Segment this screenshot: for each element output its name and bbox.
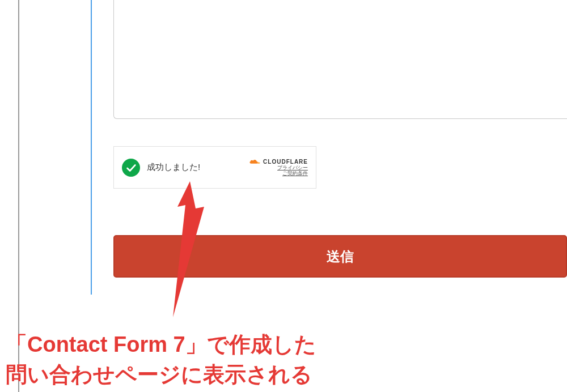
cloudflare-logo: CLOUDFLARE	[249, 158, 308, 165]
terms-link[interactable]: ご契約条件	[282, 171, 308, 177]
cloudflare-turnstile-widget: 成功しました! CLOUDFLARE プライバシー ご契約条件	[113, 146, 316, 189]
success-check-icon	[122, 159, 140, 177]
content-left-border	[91, 0, 92, 295]
submit-button[interactable]: 送信	[113, 235, 567, 278]
submit-button-label: 送信	[327, 248, 354, 266]
annotation-text: 「Contact Form 7」で作成した 問い合わせページに表示される	[6, 330, 316, 390]
cloudflare-brand-block: CLOUDFLARE プライバシー ご契約条件	[249, 158, 308, 177]
annotation-line-2: 問い合わせページに表示される	[6, 360, 316, 390]
cloudflare-logo-text: CLOUDFLARE	[263, 159, 308, 165]
annotation-line-1: 「Contact Form 7」で作成した	[6, 330, 316, 360]
cloudflare-links: プライバシー ご契約条件	[277, 165, 308, 177]
cloudflare-cloud-icon	[249, 158, 261, 165]
message-textarea[interactable]	[113, 0, 567, 119]
turnstile-success-text: 成功しました!	[147, 162, 242, 173]
